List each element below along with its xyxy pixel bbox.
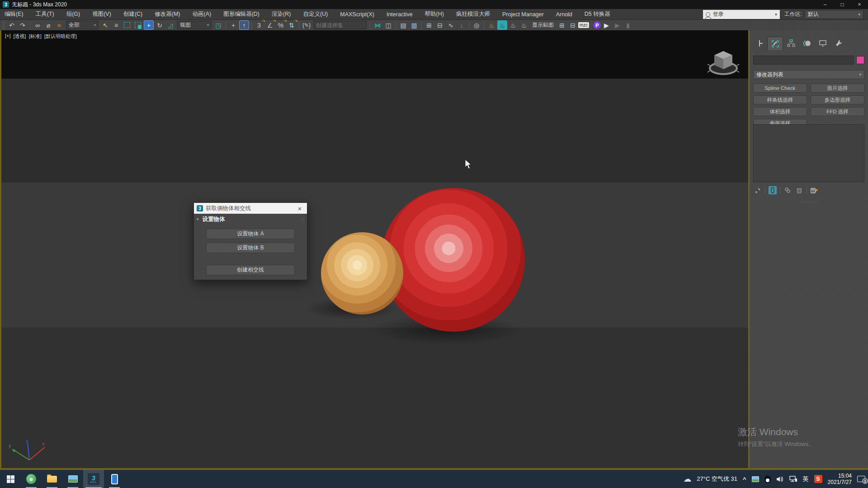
sogou-ime-icon[interactable]: S — [814, 475, 822, 483]
set-object-a-button[interactable]: 设置物体 A — [206, 229, 295, 239]
button-spline-check[interactable]: Spline Check — [753, 84, 807, 93]
taskbar-3dsmax[interactable]: 3 MAX — [83, 470, 104, 488]
weather-text[interactable]: 27°C 空气优 31 — [697, 475, 737, 483]
spinner-snap-icon[interactable]: ⇅↷ — [287, 20, 297, 30]
hidden-icons-caret[interactable]: ^ — [743, 476, 746, 483]
menu-help[interactable]: 帮助(H) — [425, 10, 444, 18]
window-crossing-icon[interactable] — [133, 20, 143, 30]
menu-views[interactable]: 视图(V) — [92, 10, 111, 18]
object-color-swatch[interactable] — [856, 56, 864, 64]
minimize-button[interactable]: – — [816, 0, 834, 9]
taskbar-browser[interactable]: e — [21, 470, 42, 488]
project-manager-icon[interactable]: P — [593, 21, 601, 29]
viewport-menu-shading[interactable]: [默认明暗处理] — [44, 33, 77, 40]
show-map-button[interactable]: 显示贴图 — [529, 21, 557, 29]
viewport-menu-general[interactable]: [+] — [5, 33, 11, 40]
login-dropdown[interactable]: 登录 ▾ — [703, 10, 780, 19]
mzc-plugin-icon[interactable]: mzc — [578, 22, 589, 28]
tab-display[interactable] — [815, 37, 830, 50]
ribbon-toggle-icon[interactable]: ⊞ — [424, 20, 434, 30]
red-sphere-object[interactable] — [381, 188, 525, 332]
reference-coordinate-dropdown[interactable]: 视图 ▾ — [177, 21, 212, 29]
close-button[interactable]: × — [851, 0, 868, 9]
select-object-icon[interactable]: ↖ — [100, 20, 110, 30]
mirror-icon[interactable]: ⋈ — [373, 20, 382, 30]
object-name-field[interactable] — [753, 56, 854, 65]
button-ffd-select[interactable]: FFD 选择 — [811, 107, 864, 116]
button-patch-select[interactable]: 面片选择 — [811, 84, 864, 93]
menu-d5-converter[interactable]: D5 转换器 — [585, 10, 610, 18]
tan-sphere-object[interactable] — [321, 232, 403, 314]
remove-modifier-icon[interactable] — [795, 186, 804, 195]
viewcube[interactable] — [706, 47, 741, 81]
configure-modifier-sets-icon[interactable] — [810, 186, 819, 195]
select-and-scale-icon[interactable]: ◿ — [165, 20, 175, 30]
rollout-header[interactable]: ▾ 设置物体 ∷ — [194, 215, 307, 224]
layer-manager-icon[interactable]: ▤ — [398, 20, 408, 30]
align-icon[interactable]: ◫ — [383, 20, 393, 30]
menu-project-manager[interactable]: Project Manager — [502, 11, 544, 18]
button-spline-select[interactable]: 样条线选择 — [753, 95, 807, 104]
weather-cloud-icon[interactable]: ☁ — [683, 474, 691, 484]
taskbar-file-explorer[interactable] — [42, 470, 62, 488]
selection-filter-dropdown[interactable]: 全部 ▾ — [66, 21, 99, 29]
menu-modifiers[interactable]: 修改器(M) — [155, 10, 180, 18]
tab-motion[interactable] — [799, 37, 815, 50]
render-to-texture-icon[interactable]: ↓ — [457, 20, 467, 30]
play-icon[interactable]: ▶ — [601, 20, 611, 30]
explorer-toggle-icon[interactable]: ⊟ — [435, 20, 445, 30]
select-and-place-icon[interactable]: ↑ — [239, 20, 249, 30]
modifier-list-dropdown[interactable]: 修改器列表 ▾ — [753, 70, 864, 79]
language-indicator[interactable]: 英 — [803, 475, 809, 483]
dialog-close-icon[interactable]: × — [295, 205, 304, 212]
menu-edit[interactable]: 编辑(E) — [5, 10, 24, 18]
workspace-dropdown[interactable]: 默认 ▾ — [805, 10, 863, 19]
unlink-selection-icon[interactable]: ⌀ — [43, 20, 53, 30]
select-by-name-icon[interactable]: ≡ — [111, 20, 121, 30]
network-icon[interactable] — [789, 476, 797, 482]
viewport-menu-standard[interactable]: [标准] — [29, 33, 42, 40]
tab-modify[interactable] — [767, 37, 783, 50]
dialog-title-bar[interactable]: 3 获取俩物体相交线 × — [194, 203, 307, 214]
tab-create[interactable] — [751, 37, 767, 50]
edit-named-selection-sets-icon[interactable]: {✎} — [302, 20, 311, 30]
select-and-move-icon[interactable]: + — [144, 20, 154, 30]
snap-toggle-icon[interactable]: 3↷ — [254, 20, 264, 30]
bind-to-spacewarp-icon[interactable]: ≈ — [54, 20, 64, 30]
set-object-b-button[interactable]: 设置物体 B — [206, 243, 295, 253]
taskbar-photos[interactable] — [62, 470, 83, 488]
angle-snap-icon[interactable]: ∠↷ — [265, 20, 275, 30]
tab-utilities[interactable] — [830, 37, 846, 50]
toolbar-drag-handle[interactable] — [2, 21, 5, 30]
menu-crazy-render[interactable]: 疯狂模渲大师 — [456, 10, 490, 18]
select-and-rotate-icon[interactable]: ↻ — [155, 20, 165, 30]
modifier-stack-list[interactable] — [753, 124, 864, 182]
use-pivot-center-icon[interactable]: ◳ — [213, 20, 223, 30]
qq-icon[interactable] — [764, 475, 771, 483]
intersection-dialog[interactable]: 3 获取俩物体相交线 × ▾ 设置物体 ∷ 设置物体 A 设置物体 B 创建相交… — [193, 202, 307, 280]
taskbar-clock[interactable]: 15:04 2021/7/27 — [828, 473, 852, 485]
show-end-result-icon[interactable] — [768, 186, 777, 195]
viewport-menu-pov[interactable]: [透视] — [14, 33, 26, 40]
menu-rendering[interactable]: 渲染(R) — [272, 10, 291, 18]
menu-animation[interactable]: 动画(A) — [192, 10, 211, 18]
select-and-link-icon[interactable]: ∞ — [33, 20, 42, 30]
render-setup-icon[interactable]: ◎ — [472, 20, 481, 30]
render-iterative-icon[interactable]: ♨ — [519, 20, 529, 30]
curve-editor-icon[interactable]: ∿ — [446, 20, 456, 30]
volume-icon[interactable] — [776, 476, 784, 483]
menu-arnold[interactable]: Arnold — [556, 11, 572, 18]
tray-image-icon[interactable] — [752, 476, 759, 482]
taskbar-your-phone[interactable] — [104, 470, 125, 488]
rectangular-selection-region-icon[interactable] — [122, 20, 132, 30]
menu-graph-editors[interactable]: 图形编辑器(D) — [223, 10, 259, 18]
action-center-icon[interactable]: 1 — [857, 476, 865, 482]
button-vol-select[interactable]: 体积选择 — [753, 107, 807, 116]
tab-hierarchy[interactable] — [783, 37, 799, 50]
maximize-button[interactable]: □ — [834, 0, 851, 9]
perspective-viewport[interactable]: [+] [透视] [标准] [默认明暗处理] y z x — [0, 30, 750, 468]
scene-explorer-icon[interactable]: ▥ — [409, 20, 419, 30]
menu-create[interactable]: 创建(C) — [123, 10, 142, 18]
window-pair-icon-b[interactable]: ⊟ — [568, 20, 578, 30]
start-button[interactable] — [0, 470, 21, 488]
